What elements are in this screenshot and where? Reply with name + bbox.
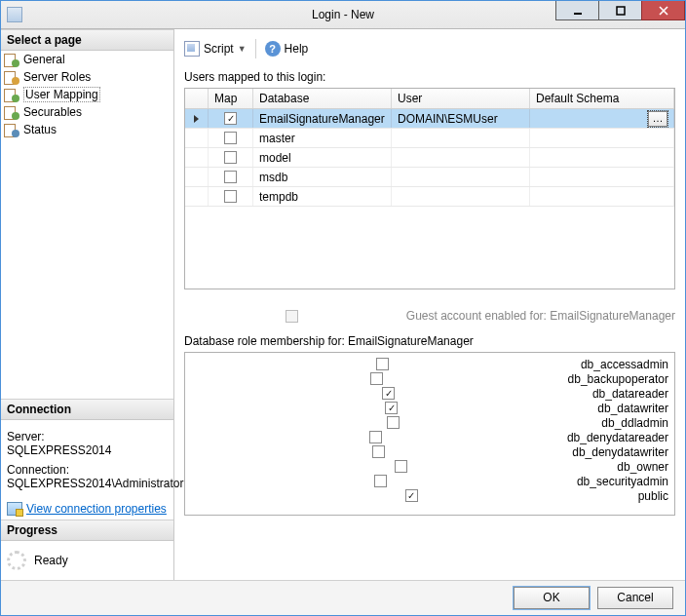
connection-block: Server: SQLEXPRESS2014 Connection: SQLEX… [1, 420, 173, 520]
database-cell: msdb [253, 168, 392, 186]
schema-cell[interactable] [530, 168, 674, 186]
role-checkbox[interactable] [405, 489, 418, 502]
page-icon [4, 69, 19, 85]
progress-header: Progress [1, 520, 173, 541]
page-list: General Server Roles User Mapping Secura… [1, 51, 173, 138]
role-label: db_accessadmin [581, 358, 668, 371]
role-checkbox[interactable] [382, 387, 395, 400]
page-item-server-roles[interactable]: Server Roles [1, 68, 173, 86]
schema-cell[interactable]: … [530, 109, 674, 128]
role-item[interactable]: db_securityadmin [189, 474, 670, 488]
grid-header-user[interactable]: User [392, 89, 530, 108]
server-value: SQLEXPRESS2014 [7, 443, 168, 457]
grid-header-database[interactable]: Database [253, 89, 392, 108]
role-item[interactable]: db_ddladmin [189, 415, 670, 430]
role-checkbox[interactable] [376, 358, 389, 370]
ok-button[interactable]: OK [514, 587, 590, 609]
script-button[interactable]: Script ▼ [184, 41, 247, 57]
role-label: db_backupoperator [568, 372, 668, 386]
row-selector [185, 129, 209, 147]
title-bar: Login - New [1, 1, 685, 29]
role-item[interactable]: db_datawriter [189, 401, 670, 415]
guest-account-checkbox [286, 310, 298, 323]
connection-value: SQLEXPRESS2014\Administrator [7, 477, 168, 490]
page-label: Status [23, 123, 57, 136]
row-selector [185, 148, 209, 167]
role-label: db_datareader [592, 387, 668, 401]
minimize-button[interactable] [555, 1, 599, 20]
progress-spinner-icon [7, 551, 26, 570]
help-icon: ? [265, 41, 281, 57]
role-item[interactable]: db_denydatawriter [189, 444, 670, 459]
left-pane: Select a page General Server Roles User … [1, 29, 174, 580]
schema-cell[interactable] [530, 187, 674, 206]
role-checkbox[interactable] [370, 372, 383, 385]
map-checkbox[interactable] [224, 132, 237, 144]
right-pane: Script ▼ ? Help Users mapped to this log… [174, 29, 685, 580]
role-item[interactable]: public [189, 488, 670, 503]
user-cell[interactable] [392, 148, 530, 167]
roles-label: Database role membership for: EmailSigna… [184, 334, 675, 348]
role-item[interactable]: db_datareader [189, 386, 670, 401]
role-checkbox[interactable] [395, 460, 407, 473]
page-icon [4, 87, 19, 102]
user-cell[interactable] [392, 129, 530, 147]
map-checkbox[interactable] [224, 151, 237, 164]
app-icon [7, 7, 22, 22]
role-label: db_securityadmin [577, 475, 668, 488]
grid-header-map[interactable]: Map [209, 89, 253, 108]
role-checkbox[interactable] [372, 445, 385, 458]
progress-status: Ready [34, 554, 68, 567]
page-item-status[interactable]: Status [1, 121, 173, 138]
role-item[interactable]: db_backupoperator [189, 371, 670, 386]
view-connection-properties-link[interactable]: View connection properties [26, 502, 167, 516]
row-selector [185, 187, 209, 206]
role-label: db_owner [617, 460, 668, 474]
role-item[interactable]: db_denydatareader [189, 430, 670, 444]
pages-header: Select a page [1, 29, 173, 51]
row-selector [185, 168, 209, 186]
role-label: db_denydatareader [567, 431, 668, 444]
cancel-button[interactable]: Cancel [597, 587, 673, 609]
map-checkbox[interactable] [224, 171, 237, 183]
role-label: db_denydatawriter [572, 445, 668, 459]
page-item-user-mapping[interactable]: User Mapping [1, 86, 173, 103]
maximize-button[interactable] [598, 1, 642, 20]
role-item[interactable]: db_owner [189, 459, 670, 474]
role-item[interactable]: db_accessadmin [189, 357, 670, 371]
schema-cell[interactable] [530, 148, 674, 167]
user-cell[interactable] [392, 168, 530, 186]
schema-cell[interactable] [530, 129, 674, 147]
guest-account-label: Guest account enabled for: EmailSignatur… [406, 309, 675, 323]
script-label: Script [204, 42, 234, 56]
button-bar: OK Cancel [1, 580, 685, 615]
mapping-grid: Map Database User Default Schema EmailSi… [184, 88, 675, 289]
map-checkbox[interactable] [224, 112, 237, 125]
page-item-securables[interactable]: Securables [1, 103, 173, 121]
table-row[interactable]: EmailSignatureManagerDOMAIN\ESMUser… [185, 109, 674, 129]
role-checkbox[interactable] [387, 416, 400, 429]
user-cell[interactable] [392, 187, 530, 206]
page-item-general[interactable]: General [1, 51, 173, 68]
page-icon [4, 52, 19, 67]
help-button[interactable]: ? Help [265, 41, 309, 57]
role-label: db_ddladmin [601, 416, 668, 430]
script-icon [184, 41, 200, 57]
table-row[interactable]: master [185, 129, 674, 148]
page-label: Server Roles [23, 70, 91, 84]
table-row[interactable]: model [185, 148, 674, 168]
table-row[interactable]: msdb [185, 168, 674, 187]
role-checkbox[interactable] [369, 431, 382, 443]
chevron-down-icon: ▼ [238, 44, 247, 54]
role-checkbox[interactable] [385, 402, 398, 414]
map-checkbox[interactable] [224, 190, 237, 203]
table-row[interactable]: tempdb [185, 187, 674, 207]
grid-header-schema[interactable]: Default Schema [530, 89, 674, 108]
page-label: General [23, 53, 65, 66]
row-selector [185, 109, 209, 128]
role-checkbox[interactable] [374, 475, 387, 487]
page-label: Securables [23, 105, 82, 119]
user-cell[interactable]: DOMAIN\ESMUser [392, 109, 530, 128]
close-button[interactable] [641, 1, 685, 20]
schema-browse-button[interactable]: … [648, 111, 667, 127]
